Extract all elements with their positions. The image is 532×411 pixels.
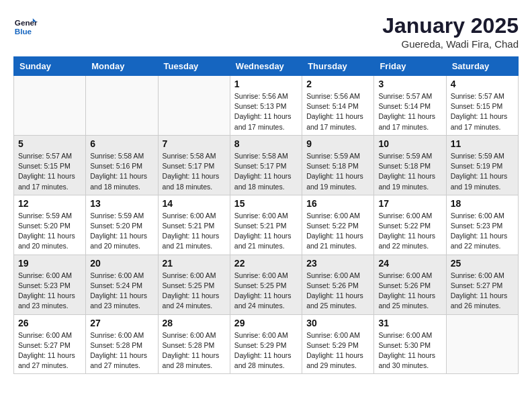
day-header-sunday: Sunday: [14, 57, 86, 76]
calendar-day: 1Sunrise: 5:56 AM Sunset: 5:13 PM Daylig…: [230, 76, 302, 136]
calendar-week-row: 19Sunrise: 6:00 AM Sunset: 5:23 PM Dayli…: [14, 255, 519, 314]
day-number: 15: [234, 198, 298, 209]
day-info: Sunrise: 6:00 AM Sunset: 5:21 PM Dayligh…: [163, 211, 226, 252]
title-block: January 2025 Guereda, Wadi Fira, Chad: [382, 13, 519, 50]
day-header-monday: Monday: [86, 57, 158, 76]
day-number: 24: [378, 258, 441, 269]
page-header: General Blue January 2025 Guereda, Wadi …: [13, 13, 519, 50]
calendar-week-row: 26Sunrise: 6:00 AM Sunset: 5:27 PM Dayli…: [14, 314, 519, 374]
calendar-day: 4Sunrise: 5:57 AM Sunset: 5:15 PM Daylig…: [446, 76, 518, 136]
calendar-day: [14, 76, 86, 136]
day-info: Sunrise: 5:56 AM Sunset: 5:14 PM Dayligh…: [306, 91, 369, 132]
calendar-day: 14Sunrise: 6:00 AM Sunset: 5:21 PM Dayli…: [158, 195, 230, 255]
calendar-day: 8Sunrise: 5:58 AM Sunset: 5:17 PM Daylig…: [230, 135, 302, 195]
calendar-day: 5Sunrise: 5:57 AM Sunset: 5:15 PM Daylig…: [14, 135, 86, 195]
day-number: 8: [234, 138, 298, 149]
month-title: January 2025: [382, 13, 519, 38]
day-number: 14: [163, 198, 226, 209]
day-number: 18: [451, 198, 514, 209]
day-number: 4: [451, 79, 514, 89]
day-number: 20: [90, 258, 153, 269]
day-info: Sunrise: 6:00 AM Sunset: 5:28 PM Dayligh…: [163, 330, 226, 371]
calendar-day: 28Sunrise: 6:00 AM Sunset: 5:28 PM Dayli…: [158, 314, 230, 374]
day-number: 23: [306, 258, 369, 269]
day-number: 26: [18, 318, 81, 328]
day-number: 29: [234, 318, 298, 328]
calendar-day: 29Sunrise: 6:00 AM Sunset: 5:29 PM Dayli…: [230, 314, 302, 374]
calendar-day: 30Sunrise: 6:00 AM Sunset: 5:29 PM Dayli…: [302, 314, 374, 374]
day-info: Sunrise: 6:00 AM Sunset: 5:28 PM Dayligh…: [90, 330, 153, 371]
day-number: 21: [163, 258, 226, 269]
day-number: 22: [234, 258, 298, 269]
day-info: Sunrise: 5:56 AM Sunset: 5:13 PM Dayligh…: [234, 91, 298, 132]
day-number: 28: [163, 318, 226, 328]
day-info: Sunrise: 5:58 AM Sunset: 5:17 PM Dayligh…: [163, 151, 226, 192]
calendar-day: 26Sunrise: 6:00 AM Sunset: 5:27 PM Dayli…: [14, 314, 86, 374]
days-header-row: SundayMondayTuesdayWednesdayThursdayFrid…: [14, 57, 519, 76]
day-info: Sunrise: 6:00 AM Sunset: 5:23 PM Dayligh…: [18, 271, 81, 312]
calendar-day: 16Sunrise: 6:00 AM Sunset: 5:22 PM Dayli…: [302, 195, 374, 255]
day-number: 6: [90, 138, 153, 149]
calendar-day: 7Sunrise: 5:58 AM Sunset: 5:17 PM Daylig…: [158, 135, 230, 195]
day-number: 25: [451, 258, 514, 269]
svg-text:Blue: Blue: [15, 27, 32, 36]
calendar-day: 25Sunrise: 6:00 AM Sunset: 5:27 PM Dayli…: [446, 255, 518, 314]
day-info: Sunrise: 6:00 AM Sunset: 5:26 PM Dayligh…: [378, 271, 441, 312]
day-number: 17: [378, 198, 441, 209]
day-header-friday: Friday: [374, 57, 446, 76]
day-header-thursday: Thursday: [302, 57, 374, 76]
logo-icon: General Blue: [13, 13, 38, 38]
location-subtitle: Guereda, Wadi Fira, Chad: [382, 38, 519, 50]
day-info: Sunrise: 6:00 AM Sunset: 5:26 PM Dayligh…: [306, 271, 369, 312]
day-number: 31: [378, 318, 441, 328]
day-info: Sunrise: 5:58 AM Sunset: 5:17 PM Dayligh…: [234, 151, 298, 192]
day-number: 10: [378, 138, 441, 149]
day-info: Sunrise: 5:59 AM Sunset: 5:20 PM Dayligh…: [18, 211, 81, 252]
day-number: 3: [378, 79, 441, 89]
day-number: 7: [163, 138, 226, 149]
day-info: Sunrise: 5:57 AM Sunset: 5:15 PM Dayligh…: [451, 91, 514, 132]
day-number: 16: [306, 198, 369, 209]
calendar-day: 22Sunrise: 6:00 AM Sunset: 5:25 PM Dayli…: [230, 255, 302, 314]
calendar-day: [158, 76, 230, 136]
day-number: 27: [90, 318, 153, 328]
calendar-table: SundayMondayTuesdayWednesdayThursdayFrid…: [13, 56, 519, 374]
calendar-day: 24Sunrise: 6:00 AM Sunset: 5:26 PM Dayli…: [374, 255, 446, 314]
day-number: 5: [18, 138, 81, 149]
calendar-day: 13Sunrise: 5:59 AM Sunset: 5:20 PM Dayli…: [86, 195, 158, 255]
calendar-day: 21Sunrise: 6:00 AM Sunset: 5:25 PM Dayli…: [158, 255, 230, 314]
calendar-day: 17Sunrise: 6:00 AM Sunset: 5:22 PM Dayli…: [374, 195, 446, 255]
day-number: 1: [234, 79, 298, 89]
day-info: Sunrise: 5:59 AM Sunset: 5:20 PM Dayligh…: [90, 211, 153, 252]
day-info: Sunrise: 6:00 AM Sunset: 5:27 PM Dayligh…: [451, 271, 514, 312]
day-header-wednesday: Wednesday: [230, 57, 302, 76]
calendar-day: 18Sunrise: 6:00 AM Sunset: 5:23 PM Dayli…: [446, 195, 518, 255]
day-number: 30: [306, 318, 369, 328]
calendar-day: 6Sunrise: 5:58 AM Sunset: 5:16 PM Daylig…: [86, 135, 158, 195]
day-number: 13: [90, 198, 153, 209]
calendar-day: 15Sunrise: 6:00 AM Sunset: 5:21 PM Dayli…: [230, 195, 302, 255]
calendar-week-row: 1Sunrise: 5:56 AM Sunset: 5:13 PM Daylig…: [14, 76, 519, 136]
calendar-week-row: 5Sunrise: 5:57 AM Sunset: 5:15 PM Daylig…: [14, 135, 519, 195]
calendar-day: 23Sunrise: 6:00 AM Sunset: 5:26 PM Dayli…: [302, 255, 374, 314]
day-info: Sunrise: 6:00 AM Sunset: 5:30 PM Dayligh…: [378, 330, 441, 371]
day-info: Sunrise: 5:58 AM Sunset: 5:16 PM Dayligh…: [90, 151, 153, 192]
calendar-day: 10Sunrise: 5:59 AM Sunset: 5:18 PM Dayli…: [374, 135, 446, 195]
calendar-day: 27Sunrise: 6:00 AM Sunset: 5:28 PM Dayli…: [86, 314, 158, 374]
day-info: Sunrise: 5:59 AM Sunset: 5:18 PM Dayligh…: [378, 151, 441, 192]
calendar-day: 9Sunrise: 5:59 AM Sunset: 5:18 PM Daylig…: [302, 135, 374, 195]
calendar-day: 2Sunrise: 5:56 AM Sunset: 5:14 PM Daylig…: [302, 76, 374, 136]
day-number: 9: [306, 138, 369, 149]
calendar-day: 31Sunrise: 6:00 AM Sunset: 5:30 PM Dayli…: [374, 314, 446, 374]
day-number: 2: [306, 79, 369, 89]
day-info: Sunrise: 6:00 AM Sunset: 5:22 PM Dayligh…: [378, 211, 441, 252]
day-info: Sunrise: 5:59 AM Sunset: 5:19 PM Dayligh…: [451, 151, 514, 192]
calendar-day: [446, 314, 518, 374]
day-header-saturday: Saturday: [446, 57, 518, 76]
day-info: Sunrise: 6:00 AM Sunset: 5:25 PM Dayligh…: [163, 271, 226, 312]
day-number: 12: [18, 198, 81, 209]
calendar-day: 12Sunrise: 5:59 AM Sunset: 5:20 PM Dayli…: [14, 195, 86, 255]
day-info: Sunrise: 6:00 AM Sunset: 5:25 PM Dayligh…: [234, 271, 298, 312]
day-info: Sunrise: 6:00 AM Sunset: 5:24 PM Dayligh…: [90, 271, 153, 312]
calendar-day: 20Sunrise: 6:00 AM Sunset: 5:24 PM Dayli…: [86, 255, 158, 314]
